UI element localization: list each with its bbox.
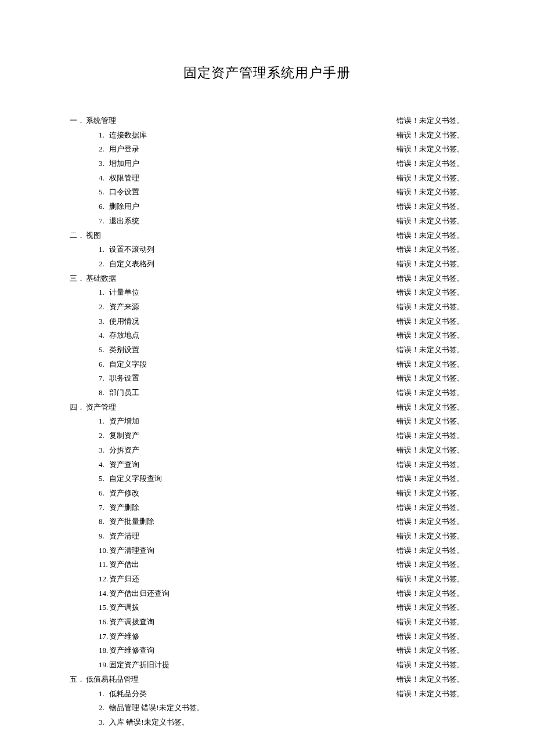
toc-item: 3.增加用户	[70, 157, 204, 171]
section-marker: 四．	[70, 400, 86, 415]
bookmark-error-text: 错误！未定义书签。	[396, 615, 464, 630]
item-label: 职务设置	[109, 374, 139, 382]
toc-item: 1.低耗品分类	[70, 687, 204, 701]
item-marker: 1.	[99, 687, 109, 701]
toc-item: 15.资产调拨	[70, 601, 204, 615]
page-title: 固定资产管理系统用户手册	[70, 64, 464, 82]
bookmark-error-text: 错误！未定义书签。	[396, 314, 464, 329]
item-marker: 6.	[99, 486, 109, 501]
toc-item: 2.资产来源	[70, 300, 204, 314]
item-label: 类别设置	[109, 345, 139, 354]
item-label: 资产查询	[109, 460, 139, 469]
item-label: 使用情况	[109, 317, 139, 325]
item-marker: 2.	[99, 701, 109, 715]
toc-item: 6.自定义字段	[70, 357, 204, 372]
item-label: 连接数据库	[109, 131, 147, 139]
section-label: 基础数据	[86, 274, 116, 283]
item-label: 资产清理	[109, 531, 139, 540]
item-marker: 15.	[99, 601, 109, 615]
item-label: 资产归还	[109, 574, 139, 583]
bookmark-error-text: 错误！未定义书签。	[396, 643, 464, 658]
toc-content: 一．系统管理1.连接数据库2.用户登录3.增加用户4.权限管理5.口令设置6.删…	[70, 114, 464, 730]
item-marker: 1.	[99, 128, 109, 143]
toc-item: 3.使用情况	[70, 314, 204, 329]
bookmark-error-text: 错误！未定义书签。	[396, 285, 464, 300]
item-marker: 1.	[99, 285, 109, 300]
bookmark-error-text: 错误！未定义书签。	[396, 414, 464, 429]
item-label: 固定资产折旧计提	[109, 660, 169, 669]
toc-item: 12.资产归还	[70, 572, 204, 587]
toc-item: 5.口令设置	[70, 185, 204, 200]
item-marker: 11.	[99, 558, 109, 572]
item-label: 资产借出归还查询	[109, 589, 169, 598]
item-label: 自定义字段查询	[109, 474, 162, 483]
bookmark-error-text: 错误！未定义书签。	[396, 515, 464, 529]
bookmark-error-text: 错误！未定义书签。	[396, 371, 464, 386]
bookmark-error-text: 错误！未定义书签。	[396, 529, 464, 544]
section-label: 系统管理	[86, 116, 116, 125]
bookmark-error-text: 错误！未定义书签。	[396, 672, 464, 687]
item-marker: 2.	[99, 429, 109, 443]
item-label: 计量单位	[109, 288, 139, 296]
toc-item: 6.删除用户	[70, 200, 204, 214]
item-label: 资产调拨	[109, 603, 139, 612]
bookmark-error-text: 错误！未定义书签。	[396, 443, 464, 458]
item-marker: 6.	[99, 200, 109, 214]
section-marker: 一．	[70, 114, 86, 128]
item-marker: 4.	[99, 458, 109, 472]
toc-item: 1.连接数据库	[70, 128, 204, 143]
toc-item: 4.资产查询	[70, 458, 204, 472]
toc-item: 5.自定义字段查询	[70, 472, 204, 486]
item-marker: 3.	[99, 314, 109, 329]
item-marker: 3.	[99, 443, 109, 458]
toc-item: 7.职务设置	[70, 371, 204, 386]
toc-item: 1.计量单位	[70, 285, 204, 300]
item-marker: 5.	[99, 472, 109, 486]
item-label: 资产增加	[109, 417, 139, 425]
item-label: 资产借出	[109, 560, 139, 569]
item-marker: 9.	[99, 529, 109, 544]
bookmark-error-text: 错误！未定义书签。	[396, 386, 464, 400]
toc-item: 8.资产批量删除	[70, 515, 204, 529]
bookmark-error-text: 错误！未定义书签。	[396, 472, 464, 486]
toc-left-column: 一．系统管理1.连接数据库2.用户登录3.增加用户4.权限管理5.口令设置6.删…	[70, 114, 204, 730]
toc-item: 8.部门员工	[70, 386, 204, 400]
item-label: 删除用户	[109, 202, 139, 211]
toc-item: 2.复制资产	[70, 429, 204, 443]
toc-item: 19.固定资产折旧计提	[70, 658, 204, 672]
item-marker: 7.	[99, 501, 109, 515]
item-label: 资产清理查询	[109, 546, 154, 555]
toc-item: 6.资产修改	[70, 486, 204, 501]
item-marker: 7.	[99, 371, 109, 386]
bookmark-error-text: 错误！未定义书签。	[396, 328, 464, 343]
toc-item: 4.存放地点	[70, 328, 204, 343]
item-label: 资产来源	[109, 302, 139, 311]
item-label: 资产维修	[109, 632, 139, 641]
item-marker: 14.	[99, 587, 109, 601]
item-marker: 6.	[99, 357, 109, 372]
bookmark-error-text: 错误！未定义书签。	[396, 544, 464, 558]
item-marker: 5.	[99, 185, 109, 200]
item-marker: 5.	[99, 343, 109, 357]
item-marker: 3.	[99, 157, 109, 171]
item-label: 资产删除	[109, 503, 139, 512]
item-label: 入库	[109, 718, 124, 726]
bookmark-error-text: 错误！未定义书签。	[396, 687, 464, 701]
item-label: 资产修改	[109, 489, 139, 497]
toc-item: 1.资产增加	[70, 414, 204, 429]
bookmark-error-text: 错误！未定义书签。	[396, 343, 464, 357]
item-marker: 17.	[99, 630, 109, 644]
section-label: 资产管理	[86, 403, 116, 411]
item-marker: 12.	[99, 572, 109, 587]
toc-item: 1.设置不滚动列	[70, 243, 204, 257]
item-label: 自定义字段	[109, 360, 147, 368]
bookmark-error-text: 错误！未定义书签。	[396, 243, 464, 257]
item-label: 退出系统	[109, 216, 139, 225]
bookmark-error-text: 错误！未定义书签。	[396, 185, 464, 200]
toc-section-heading: 五．低值易耗品管理	[70, 672, 204, 687]
item-label: 权限管理	[109, 173, 139, 182]
toc-item: 9.资产清理	[70, 529, 204, 544]
toc-item: 4.权限管理	[70, 171, 204, 186]
bookmark-error-text: 错误！未定义书签。	[396, 357, 464, 372]
bookmark-error-text: 错误！未定义书签。	[396, 572, 464, 587]
